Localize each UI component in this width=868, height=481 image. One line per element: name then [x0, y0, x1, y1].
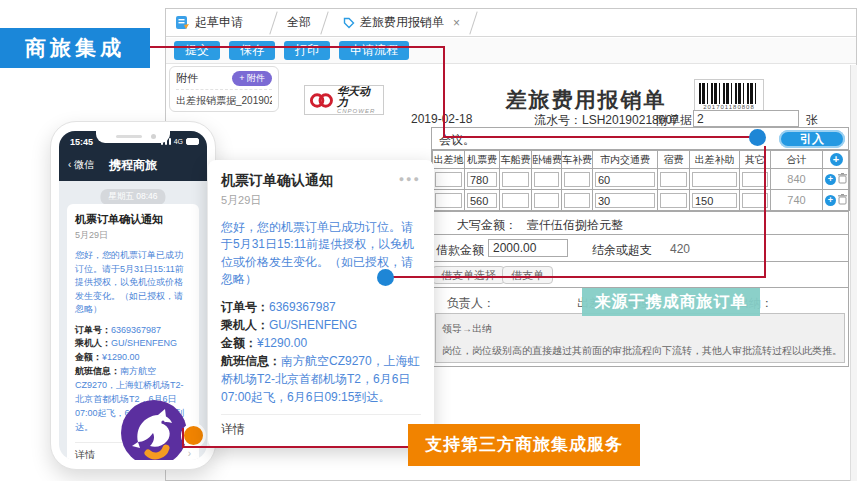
cell-input[interactable] [502, 172, 529, 187]
more-options-icon[interactable]: ●●● [399, 174, 421, 184]
add-row-icon[interactable]: + [825, 174, 836, 185]
amount-label: 金额： [221, 336, 257, 350]
passenger-value: GU/SHENFENG [269, 318, 357, 332]
cell-input[interactable] [692, 172, 737, 187]
loan-amount-input[interactable]: 2000.00 [488, 239, 568, 257]
order-label: 订单号： [221, 300, 269, 314]
amount-label: 金额： [75, 352, 102, 362]
barcode: 201701180808 [694, 79, 764, 114]
phone-notch [96, 131, 170, 143]
popup-date: 5月29日 [221, 193, 421, 208]
tab-close-icon[interactable]: × [453, 16, 460, 30]
cell-input[interactable] [534, 172, 559, 187]
form-date: 2019-02-18 [411, 112, 472, 126]
phone-nav-title: 携程商旅 [59, 157, 207, 174]
loan-buttons-row: 借支单选择 借支单 [432, 261, 848, 287]
submit-button[interactable]: 提交 [174, 41, 220, 60]
cell-input[interactable] [564, 193, 590, 208]
notification-date: 5月29日 [75, 229, 191, 242]
cell-input[interactable] [660, 172, 687, 187]
approval-note-box: 领导→出纳 岗位，岗位级别高的直接越过其前面的审批流程向下流转，其他人审批流转过… [435, 313, 845, 363]
owner-label: 负责人： [447, 295, 495, 312]
reason-row: 会议。 引入 [432, 128, 848, 150]
notification-body: 您好，您的机票订单已成功订位。请于5月31日15:11前提供授权，以免机位或价格… [75, 249, 191, 317]
loan-row: 借款金额 2000.00 结余或超支 420 [432, 234, 848, 261]
caps-amount-row: 大写金额： 壹仟伍佰捌拾元整 [432, 211, 848, 234]
flight-label: 航班信息： [75, 366, 120, 376]
logo-name: 华天动力 [337, 86, 379, 108]
ctrip-dolphin-logo [121, 400, 187, 460]
apply-flow-button[interactable]: 申请流程 [339, 41, 409, 60]
delete-row-icon[interactable] [838, 170, 847, 188]
order-label: 订单号： [75, 325, 111, 335]
chat-date-pill: 星期五 08:46 [100, 189, 165, 205]
note-line2: 岗位，岗位级别高的直接越过其前面的审批流程向下流转，其他人审批流转过程以此类推。 [442, 344, 838, 358]
table-row: 560 30 150 740 + [433, 190, 850, 211]
cell-input[interactable] [435, 193, 462, 208]
row-total: 840 [771, 169, 823, 190]
cell-input[interactable] [660, 193, 687, 208]
loan-slip-select-button[interactable]: 借支单选择 [432, 266, 505, 284]
popup-title: 机票订单确认通知 [221, 172, 333, 190]
scrollbar-track[interactable] [850, 65, 857, 481]
order-source-label: 来源于携成商旅订单 [582, 288, 760, 316]
toolbar: 提交 保存 打印 申请流程 [166, 38, 856, 64]
import-button[interactable]: 引入 [779, 130, 845, 148]
add-row-icon[interactable]: + [830, 153, 843, 166]
cell-input[interactable] [502, 193, 529, 208]
add-attachment-button[interactable]: + 附件 [232, 71, 272, 86]
screenshot-canvas: 起草申请 全部 差旅费用报销单 × 提交 保存 打印 申请流程 [0, 0, 868, 481]
delete-row-icon[interactable] [838, 191, 847, 209]
annotation-line [443, 46, 445, 137]
cell-input[interactable]: 150 [692, 193, 737, 208]
table-row: 780 60 840 + [433, 169, 850, 190]
cell-input[interactable]: 30 [595, 193, 655, 208]
detail-link[interactable]: 详情 [221, 421, 245, 438]
flight-label: 航班信息： [221, 354, 281, 368]
detail-link[interactable]: 详情 [75, 448, 95, 460]
attachment-file-link[interactable]: 出差报销票据_20190219.j... [176, 94, 272, 108]
cell-input[interactable]: 780 [467, 172, 497, 187]
form-title: 差旅费用报销单 [491, 86, 681, 114]
order-anchor-dot [377, 269, 394, 286]
doc-count-input[interactable]: 2 [693, 110, 799, 127]
attachments-pane: 附件 + 附件 出差报销票据_20190219.j... [169, 66, 279, 112]
caps-amount-value: 壹仟伍佰捌拾元整 [527, 217, 623, 234]
balance-value: 420 [670, 242, 690, 256]
col-citytransport: 市内交通费 [593, 151, 658, 169]
col-lodging: 宿费 [658, 151, 690, 169]
cell-input[interactable]: 560 [467, 193, 497, 208]
cell-input[interactable] [435, 172, 462, 187]
row-total: 740 [771, 190, 823, 211]
attachments-title: 附件 [176, 71, 198, 86]
cell-input[interactable]: 60 [595, 172, 655, 187]
tab-all-label: 全部 [287, 14, 311, 31]
speaker-icon [116, 135, 142, 138]
save-button[interactable]: 保存 [229, 41, 275, 60]
draft-doc-icon [175, 15, 190, 30]
draft-request-item[interactable]: 起草申请 [166, 14, 253, 31]
expense-form: 会议。 引入 出差地 机票费 车船费 卧铺费 车补费 市内交通费 宿费 出 [431, 127, 849, 367]
caps-amount-label: 大写金额： [457, 217, 517, 234]
passenger-label: 乘机人： [221, 318, 269, 332]
annotation-line [390, 276, 766, 278]
cell-input[interactable] [564, 172, 590, 187]
status-time: 15:45 [70, 137, 93, 147]
tab-expense-form[interactable]: 差旅费用报销单 × [327, 9, 476, 37]
add-row-icon[interactable]: + [825, 195, 836, 206]
col-carallow: 车补费 [562, 151, 593, 169]
chevron-right-icon: › [188, 448, 191, 460]
passenger-label: 乘机人： [75, 338, 111, 348]
cell-input[interactable] [534, 193, 559, 208]
network-label: 4G [174, 138, 183, 145]
loan-slip-button[interactable]: 借支单 [502, 266, 553, 284]
print-button[interactable]: 打印 [284, 41, 330, 60]
barcode-bars [699, 83, 759, 104]
col-airfare: 机票费 [465, 151, 500, 169]
third-party-service-label: 支持第三方商旅集成服务 [408, 424, 640, 466]
col-allowance: 出差补助 [690, 151, 740, 169]
balance-label: 结余或超支 [592, 242, 652, 259]
tab-expense-form-label: 差旅费用报销单 [360, 14, 444, 31]
camera-icon [151, 134, 156, 139]
tab-all[interactable]: 全部 [271, 9, 327, 37]
